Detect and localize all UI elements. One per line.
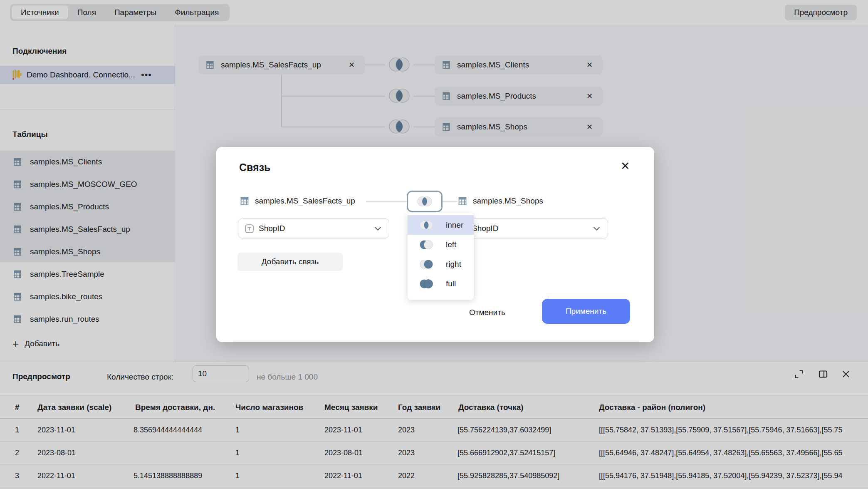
join-type-dropdown: inner left right <box>408 213 474 300</box>
join-option-full[interactable]: full <box>408 274 474 293</box>
left-field-value: ShopID <box>259 224 374 233</box>
modal-close-icon[interactable]: ✕ <box>621 160 630 172</box>
right-table-name: samples.MS_Shops <box>473 196 543 206</box>
cancel-button[interactable]: Отменить <box>462 300 512 325</box>
join-option-right[interactable]: right <box>408 254 474 274</box>
chevron-down-icon <box>593 226 600 231</box>
right-field-select[interactable]: ShopID <box>451 218 608 238</box>
table-icon <box>239 196 250 206</box>
join-right-icon <box>418 258 435 270</box>
join-option-left[interactable]: left <box>408 235 474 254</box>
join-inner-icon <box>418 219 435 231</box>
relation-line <box>366 201 407 202</box>
field-type-icon <box>245 224 254 233</box>
left-table-name: samples.MS_SalesFacts_up <box>255 196 355 206</box>
relation-line <box>443 201 457 202</box>
chevron-down-icon <box>374 226 381 231</box>
join-type-select[interactable] <box>407 191 443 212</box>
join-inner-icon <box>415 195 434 208</box>
join-left-icon <box>418 239 435 251</box>
join-option-label: inner <box>446 221 463 230</box>
join-option-label: full <box>446 279 456 288</box>
add-relation-button[interactable]: Добавить связь <box>237 253 343 271</box>
apply-button[interactable]: Применить <box>542 299 630 324</box>
left-field-select[interactable]: ShopID <box>238 218 389 238</box>
relation-modal: Связь ✕ samples.MS_SalesFacts_up samples… <box>216 147 654 342</box>
join-option-label: right <box>446 260 461 269</box>
join-option-inner[interactable]: inner <box>408 215 474 235</box>
right-field-value: ShopID <box>472 224 593 233</box>
table-icon <box>457 196 468 206</box>
join-option-label: left <box>446 240 456 249</box>
dataset-editor-screen: Источники Поля Параметры Фильтрация Пред… <box>0 0 868 489</box>
modal-title: Связь <box>239 161 270 174</box>
join-full-icon <box>418 278 435 290</box>
